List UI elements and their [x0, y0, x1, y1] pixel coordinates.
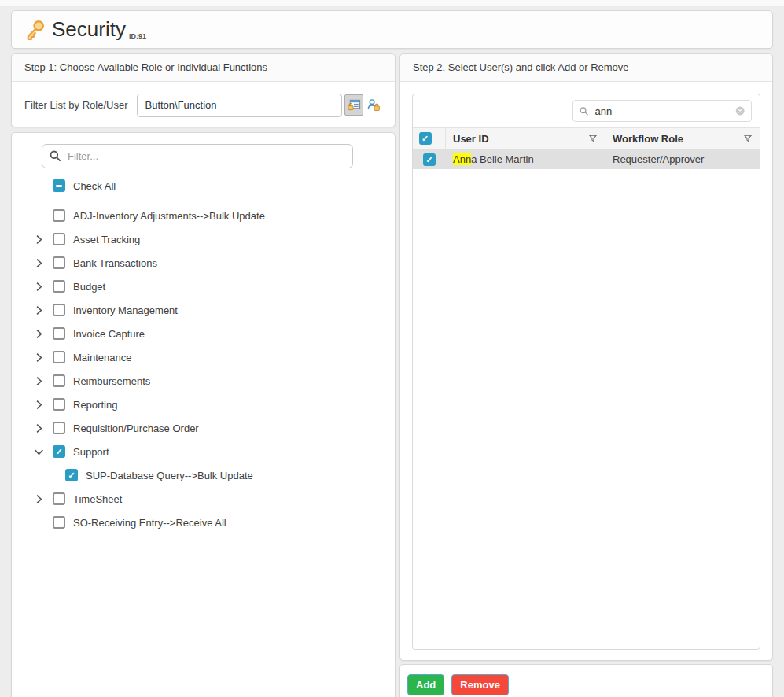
tree-item[interactable]: Reporting [12, 393, 395, 416]
chevron-right-icon[interactable] [34, 327, 53, 340]
clear-search-icon[interactable] [735, 105, 745, 117]
tree-filter-input[interactable] [66, 149, 345, 163]
tree-item[interactable]: Asset Tracking [12, 227, 395, 251]
tree-item[interactable]: Invoice Capture [12, 322, 395, 345]
tree-item-label: Bank Transactions [73, 257, 157, 269]
checkbox[interactable] [53, 280, 65, 293]
grid-header-row: User ID Workflow Role [413, 127, 760, 149]
tree-filter-box [42, 144, 353, 168]
checkbox[interactable] [53, 492, 65, 505]
page-title: Security [52, 17, 126, 42]
row-checkbox[interactable] [423, 153, 436, 166]
tree-item[interactable]: SUP-Database Query-->Bulk Update [12, 463, 395, 487]
checkbox[interactable] [65, 469, 78, 481]
checkbox[interactable] [53, 233, 65, 245]
chevron-right-icon[interactable] [34, 233, 53, 245]
tree-item-label: Support [73, 446, 109, 458]
tree-item-label: ADJ-Inventory Adjustments-->Bulk Update [73, 210, 265, 222]
actions-panel: Add Remove [399, 664, 773, 697]
checkbox[interactable] [53, 327, 65, 340]
tree-item[interactable]: Reimbursements [12, 369, 395, 393]
chevron-down-icon[interactable] [34, 445, 53, 458]
tree-item[interactable]: ADJ-Inventory Adjustments-->Bulk Update [12, 204, 395, 227]
tree-item-label: Reimbursements [73, 375, 150, 387]
tree-item[interactable]: Requisition/Purchase Order [12, 416, 395, 440]
tree-item-label: Invoice Capture [73, 328, 145, 340]
tree-item[interactable]: Budget [12, 275, 395, 298]
chevron-right-icon[interactable] [34, 280, 53, 293]
check-all-checkbox[interactable] [53, 179, 65, 192]
users-grid: User ID Workflow Role [412, 94, 760, 650]
header-cell-workflow-role: Workflow Role [605, 128, 760, 149]
tree-divider [12, 201, 377, 201]
chevron-right-icon[interactable] [34, 492, 53, 505]
tree-item[interactable]: Maintenance [12, 345, 395, 369]
filter-mode-buttons [344, 94, 382, 116]
step2-header: Step 2. Select User(s) and click Add or … [400, 54, 772, 82]
filter-funnel-icon[interactable] [743, 134, 753, 143]
checkbox[interactable] [53, 398, 65, 411]
step1-header: Step 1: Choose Available Role or Individ… [12, 54, 395, 82]
checkbox[interactable] [53, 351, 65, 363]
tree-item-label: Budget [73, 281, 105, 293]
search-icon [580, 105, 589, 117]
check-all-row[interactable]: Check All [12, 174, 395, 197]
checkbox[interactable] [53, 374, 65, 387]
chevron-right-icon[interactable] [34, 351, 53, 363]
check-all-label: Check All [73, 180, 116, 192]
tree-item-label: Asset Tracking [73, 234, 140, 245]
permissions-list-lock-button[interactable] [344, 94, 363, 116]
column-label-workflow-role: Workflow Role [613, 133, 683, 145]
user-row[interactable]: Anna Belle Martin Requester/Approver [413, 149, 760, 169]
step1-filter-row: Filter List by Role/User [12, 82, 395, 128]
step1-panel: Step 1: Choose Available Role or Individ… [11, 53, 396, 127]
user-search-box [572, 100, 752, 122]
checkbox[interactable] [53, 209, 65, 222]
chevron-right-icon[interactable] [34, 422, 53, 434]
chevron-right-icon[interactable] [34, 256, 53, 269]
step2-body: User ID Workflow Role [400, 82, 772, 662]
header-checkbox-cell [413, 128, 446, 149]
workflow-role-text: Requester/Approver [613, 153, 704, 165]
chevron-spacer [34, 209, 53, 222]
user-id-text: Anna Belle Martin [453, 153, 534, 165]
user-search-input[interactable] [594, 105, 735, 118]
checkbox[interactable] [53, 256, 65, 269]
chevron-spacer [34, 516, 53, 529]
row-cell-workflow-role: Requester/Approver [605, 149, 760, 169]
user-search-lock-button[interactable] [363, 94, 382, 116]
tree-item-label: Inventory Management [73, 304, 178, 316]
tree-item[interactable]: TimeSheet [12, 487, 395, 511]
chevron-right-icon[interactable] [34, 398, 53, 411]
chevron-right-icon[interactable] [34, 374, 53, 387]
checkbox[interactable] [53, 304, 65, 316]
key-icon [23, 18, 46, 42]
tree-item-label: SUP-Database Query-->Bulk Update [86, 470, 253, 481]
remove-button[interactable]: Remove [451, 674, 509, 695]
tree-item[interactable]: SO-Receiving Entry-->Receive All [12, 511, 395, 534]
tree-item[interactable]: Support [12, 440, 395, 463]
tree-item-label: Reporting [73, 399, 117, 411]
row-cell-user-id: Anna Belle Martin [446, 149, 605, 169]
filter-mode-input[interactable] [137, 94, 342, 117]
tree-item-label: SO-Receiving Entry-->Receive All [73, 517, 226, 529]
tree-item[interactable]: Inventory Management [12, 298, 395, 322]
checkbox[interactable] [53, 516, 65, 529]
tree-item-label: Requisition/Purchase Order [73, 422, 199, 434]
chevron-right-icon[interactable] [34, 304, 53, 316]
filter-funnel-icon[interactable] [588, 134, 598, 143]
row-checkbox-cell [413, 149, 446, 169]
search-icon [50, 150, 61, 162]
functions-tree-panel: Check All ADJ-Inventory Adjustments-->Bu… [11, 132, 396, 697]
add-button[interactable]: Add [407, 674, 444, 695]
step1-column: Step 1: Choose Available Role or Individ… [11, 53, 396, 697]
step2-panel: Step 2. Select User(s) and click Add or … [399, 53, 773, 661]
checkbox[interactable] [53, 445, 65, 458]
checkbox[interactable] [53, 422, 65, 434]
tree-item[interactable]: Bank Transactions [12, 251, 395, 275]
grid-toolbar [413, 94, 760, 127]
select-all-checkbox[interactable] [419, 132, 432, 145]
user-search-lock-icon [366, 98, 381, 112]
chevron-spacer [46, 469, 65, 481]
tree-item-label: Maintenance [73, 352, 131, 363]
